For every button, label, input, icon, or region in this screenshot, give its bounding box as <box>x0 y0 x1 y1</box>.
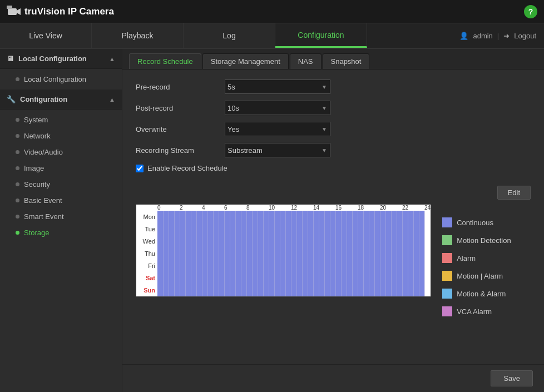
time-block[interactable] <box>330 247 335 260</box>
time-block[interactable] <box>363 223 369 235</box>
time-block[interactable] <box>419 235 424 247</box>
time-block[interactable] <box>196 284 202 296</box>
time-block[interactable] <box>202 235 207 247</box>
time-block[interactable] <box>302 211 308 223</box>
time-block[interactable] <box>185 247 191 260</box>
time-block[interactable] <box>408 247 413 260</box>
time-block[interactable] <box>207 272 213 284</box>
time-block[interactable] <box>157 260 163 272</box>
time-block[interactable] <box>335 247 341 260</box>
time-block[interactable] <box>202 260 207 272</box>
time-block[interactable] <box>419 272 424 284</box>
time-block[interactable] <box>335 223 341 235</box>
sidebar-section-configuration[interactable]: 🔧 Configuration ▲ <box>0 90 122 110</box>
time-block[interactable] <box>202 272 207 284</box>
time-block[interactable] <box>308 211 313 223</box>
time-block[interactable] <box>363 211 369 223</box>
tab-playback[interactable]: Playback <box>92 23 184 48</box>
tab-live-view[interactable]: Live View <box>0 23 92 48</box>
time-block[interactable] <box>258 260 263 272</box>
time-block[interactable] <box>280 260 285 272</box>
time-block[interactable] <box>258 223 263 235</box>
time-block[interactable] <box>163 272 169 284</box>
time-block[interactable] <box>397 247 402 260</box>
time-block[interactable] <box>313 235 319 247</box>
time-block[interactable] <box>163 247 169 260</box>
time-block[interactable] <box>413 223 419 235</box>
time-block[interactable] <box>157 247 163 260</box>
time-block[interactable] <box>280 272 285 284</box>
time-block[interactable] <box>258 211 263 223</box>
time-block[interactable] <box>352 223 358 235</box>
time-block[interactable] <box>397 284 402 296</box>
time-block[interactable] <box>246 235 252 247</box>
time-block[interactable] <box>191 223 196 235</box>
time-block[interactable] <box>280 284 285 296</box>
time-block[interactable] <box>352 247 358 260</box>
time-block[interactable] <box>347 284 352 296</box>
time-block[interactable] <box>363 284 369 296</box>
time-block[interactable] <box>246 247 252 260</box>
time-block[interactable] <box>341 247 347 260</box>
time-block[interactable] <box>296 260 302 272</box>
time-block[interactable] <box>185 272 191 284</box>
time-block[interactable] <box>180 284 185 296</box>
time-block[interactable] <box>196 223 202 235</box>
sidebar-item-basic-event[interactable]: Basic Event <box>0 192 122 209</box>
time-block[interactable] <box>330 235 335 247</box>
time-block[interactable] <box>369 284 374 296</box>
time-block[interactable] <box>413 260 419 272</box>
time-block[interactable] <box>235 260 241 272</box>
time-block[interactable] <box>285 272 291 284</box>
time-block[interactable] <box>280 247 285 260</box>
time-block[interactable] <box>413 235 419 247</box>
time-block[interactable] <box>157 223 163 235</box>
time-block[interactable] <box>419 223 424 235</box>
sidebar-section-local-config[interactable]: 🖥 Local Configuration ▲ <box>0 49 122 69</box>
sidebar-item-local-configuration[interactable]: Local Configuration <box>0 71 122 87</box>
help-button[interactable]: ? <box>524 5 537 18</box>
time-block[interactable] <box>230 284 235 296</box>
time-block[interactable] <box>241 272 246 284</box>
time-block[interactable] <box>191 284 196 296</box>
save-button[interactable]: Save <box>491 370 533 386</box>
time-block[interactable] <box>280 211 285 223</box>
time-block[interactable] <box>274 284 280 296</box>
time-block[interactable] <box>291 260 296 272</box>
time-block[interactable] <box>296 247 302 260</box>
time-block[interactable] <box>296 223 302 235</box>
time-block[interactable] <box>380 284 385 296</box>
tab-configuration[interactable]: Configuration <box>275 23 367 48</box>
time-block[interactable] <box>296 284 302 296</box>
time-block[interactable] <box>308 223 313 235</box>
time-block[interactable] <box>358 260 363 272</box>
time-block[interactable] <box>324 260 330 272</box>
time-block[interactable] <box>374 260 380 272</box>
time-block[interactable] <box>335 211 341 223</box>
time-block[interactable] <box>207 235 213 247</box>
time-block[interactable] <box>413 272 419 284</box>
time-block[interactable] <box>358 211 363 223</box>
time-block[interactable] <box>391 260 397 272</box>
time-block[interactable] <box>385 211 391 223</box>
time-block[interactable] <box>213 272 219 284</box>
time-block[interactable] <box>319 272 324 284</box>
time-block[interactable] <box>241 260 246 272</box>
time-block[interactable] <box>352 272 358 284</box>
time-block[interactable] <box>163 211 169 223</box>
time-block[interactable] <box>280 235 285 247</box>
time-block[interactable] <box>285 223 291 235</box>
time-block[interactable] <box>319 211 324 223</box>
time-block[interactable] <box>169 235 174 247</box>
time-block[interactable] <box>291 272 296 284</box>
time-block[interactable] <box>191 235 196 247</box>
time-block[interactable] <box>358 235 363 247</box>
time-block[interactable] <box>263 223 269 235</box>
time-block[interactable] <box>163 260 169 272</box>
time-block[interactable] <box>330 260 335 272</box>
time-block[interactable] <box>341 211 347 223</box>
time-block[interactable] <box>263 272 269 284</box>
time-block[interactable] <box>235 272 241 284</box>
time-block[interactable] <box>213 247 219 260</box>
time-block[interactable] <box>196 260 202 272</box>
